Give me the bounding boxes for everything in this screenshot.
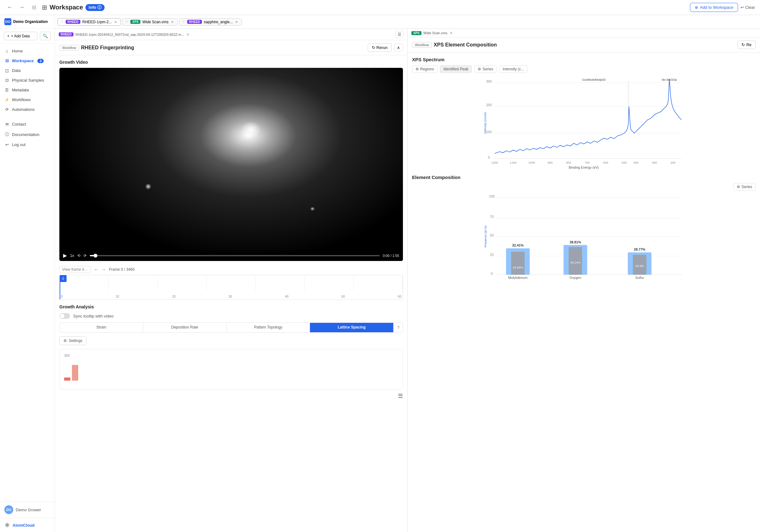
clear-button[interactable]: ↩ Clear	[740, 5, 755, 10]
sync-tooltip-row: Sync tooltip with video	[59, 313, 403, 319]
left-panel-close-button[interactable]: ×	[186, 32, 190, 37]
tab-filename: RHEED-1rpm-2...	[82, 20, 112, 24]
info-badge[interactable]: Info ⓘ	[85, 4, 105, 11]
tab-close-button[interactable]: ×	[170, 20, 174, 24]
sidebar-item-contact[interactable]: ✉ Contact	[0, 119, 55, 129]
workspace-title-group: ⊞ Workspace Info ⓘ	[42, 4, 105, 11]
right-panel-filename: Wide Scan.vms	[423, 31, 447, 35]
workspace-icon: ⊞	[42, 4, 47, 11]
svg-text:200: 200	[671, 161, 676, 164]
skip-back-button[interactable]: ⟲	[77, 254, 80, 258]
undo-icon: ↩	[740, 5, 744, 10]
plus-icon: ⊕	[695, 5, 698, 10]
svg-text:200: 200	[486, 103, 492, 107]
main-layout: DO Demo Organization + + Add Data 🔍 ⌂ Ho…	[0, 15, 760, 532]
sidebar-item-workspace[interactable]: ⊟ Workspace 3	[0, 56, 55, 66]
composition-series-button[interactable]: ⚙ Series	[733, 183, 756, 191]
sidebar-item-home[interactable]: ⌂ Home	[0, 46, 55, 56]
growth-analysis-title: Growth Analysis	[59, 304, 94, 309]
series-tab[interactable]: ⚙ Series	[474, 65, 497, 73]
collapse-button[interactable]: ∧	[394, 44, 403, 52]
tab-rheed-1[interactable]: ⠿ RHEED RHEED-1rpm-2... ×	[58, 18, 121, 26]
tab-lattice-spacing[interactable]: Lattice Spacing	[310, 323, 394, 332]
user-avatar: DG	[4, 505, 13, 514]
sidebar-item-label: Home	[12, 49, 23, 53]
tab-badge-rheed: RHEED	[187, 20, 202, 24]
drag-handle-icon: ⠿	[61, 20, 63, 24]
left-panel-doc-button[interactable]: ☰	[395, 31, 404, 38]
regions-tab[interactable]: ⚙ Regions	[412, 65, 438, 73]
right-panel-close-button[interactable]: ×	[449, 31, 453, 35]
top-bar-left: ← → ⊟ ⊞ Workspace Info ⓘ	[5, 3, 105, 12]
sidebar-item-label: Workflows	[12, 97, 31, 102]
right-workflow-tag: Workflow	[412, 42, 432, 48]
video-glow-secondary	[145, 184, 151, 189]
frame-label: Frame 0 / 3460	[109, 267, 134, 272]
content-area: ⠿ RHEED RHEED-1rpm-2... × ⠿ XPS Wide Sca…	[55, 15, 760, 532]
play-button[interactable]: ▶	[63, 253, 67, 259]
workflows-icon: ⚡	[4, 97, 9, 102]
search-icon: 🔍	[43, 34, 48, 38]
lattice-chart-svg	[64, 359, 398, 384]
video-container[interactable]: ▶ 1x ⟲ ⟳ 0:00 / 1:55	[59, 68, 403, 261]
left-panel-filename-group: RHEED RHEED-1rpm-20240412_NIST2nd_sap-20…	[59, 32, 190, 37]
frame-next-button[interactable]: →	[101, 267, 106, 272]
xps-spectrum-title: XPS Spectrum	[412, 57, 756, 62]
skip-forward-button[interactable]: ⟳	[83, 254, 87, 258]
sync-tooltip-toggle[interactable]	[59, 313, 70, 319]
tab-deposition-rate[interactable]: Deposition Rate	[143, 323, 227, 332]
right-workflow-actions: ↻ Re	[737, 40, 756, 49]
frame-input[interactable]	[59, 266, 91, 273]
svg-text:0: 0	[488, 156, 490, 159]
svg-text:Molybdenum: Molybdenum	[508, 276, 528, 279]
settings-button[interactable]: ⚙ Settings	[59, 336, 86, 345]
hamburger-menu-button[interactable]: ☰	[398, 393, 403, 400]
svg-text:28.77%: 28.77%	[634, 248, 645, 251]
left-panel-rheed-badge: RHEED	[59, 32, 73, 36]
workspace-badge: 3	[37, 59, 44, 63]
svg-text:O1s/Mo3s/Mo3p3/2: O1s/Mo3s/Mo3p3/2	[582, 78, 606, 81]
samples-icon: ⊡	[4, 78, 9, 82]
panels-container: RHEED RHEED-1rpm-20240412_NIST2nd_sap-20…	[55, 29, 760, 532]
intensity-tab[interactable]: Intensity (c...	[499, 65, 527, 73]
search-button[interactable]: 🔍	[40, 32, 51, 40]
tab-xps-1[interactable]: ⠿ XPS Wide Scan.vms ×	[122, 18, 178, 26]
svg-text:50: 50	[490, 233, 494, 237]
nav-back-button[interactable]: ←	[5, 3, 15, 12]
element-composition-title: Element Composition	[412, 174, 756, 180]
frame-prev-button[interactable]: ←	[94, 267, 98, 272]
sidebar-item-data[interactable]: ◫ Data	[0, 66, 55, 75]
svg-text:100: 100	[489, 194, 495, 198]
nav-forward-button[interactable]: →	[17, 3, 26, 12]
logout-icon: ↩	[4, 142, 9, 147]
tab-strain[interactable]: Strain	[60, 323, 143, 332]
sidebar-item-metadata[interactable]: ☰ Metadata	[0, 85, 55, 95]
composition-series-row: ⚙ Series	[412, 183, 756, 191]
sidebar-item-automations[interactable]: ⟳ Automations	[0, 105, 55, 114]
growth-video-title: Growth Video	[59, 60, 403, 65]
rerun-button[interactable]: ↻ Rerun	[368, 43, 392, 52]
sidebar-collapse-button[interactable]: ⊟	[30, 3, 38, 12]
data-icon: ◫	[4, 68, 9, 73]
tab-help[interactable]: ?	[394, 323, 403, 332]
top-bar-right: ⊕ Add to Workspace ↩ Clear	[690, 3, 755, 12]
xps-chart-container: 300 200 100 0 Intensity (count) 1200	[412, 76, 756, 170]
sidebar-item-documentation[interactable]: ⓘ Documentation	[0, 129, 55, 140]
sidebar-item-workflows[interactable]: ⚡ Workflows	[0, 95, 55, 105]
sidebar-item-label: Automations	[12, 107, 34, 112]
timeline[interactable]: 0 0 10	[59, 275, 403, 300]
sidebar-item-logout[interactable]: ↩ Log out	[0, 140, 55, 150]
refresh-icon: ↻	[372, 45, 375, 50]
identified-peak-tab[interactable]: Identified Peak	[440, 65, 472, 73]
sidebar-item-physical-samples[interactable]: ⊡ Physical Samples	[0, 75, 55, 85]
tab-close-button[interactable]: ×	[235, 20, 238, 24]
tab-rheed-2[interactable]: ⠿ RHEED sapphire_angle... ×	[179, 18, 242, 26]
sidebar-item-label: Documentation	[12, 132, 39, 137]
add-to-workspace-button[interactable]: ⊕ Add to Workspace	[690, 3, 738, 12]
menu-bottom: ☰	[59, 393, 403, 400]
tab-close-button[interactable]: ×	[114, 20, 118, 24]
tab-pattern-topology[interactable]: Pattern Topology	[227, 323, 310, 332]
right-rerun-button[interactable]: ↻ Re	[737, 40, 756, 49]
video-progress-bar[interactable]	[90, 255, 380, 256]
add-data-button[interactable]: + + Add Data	[4, 32, 37, 40]
